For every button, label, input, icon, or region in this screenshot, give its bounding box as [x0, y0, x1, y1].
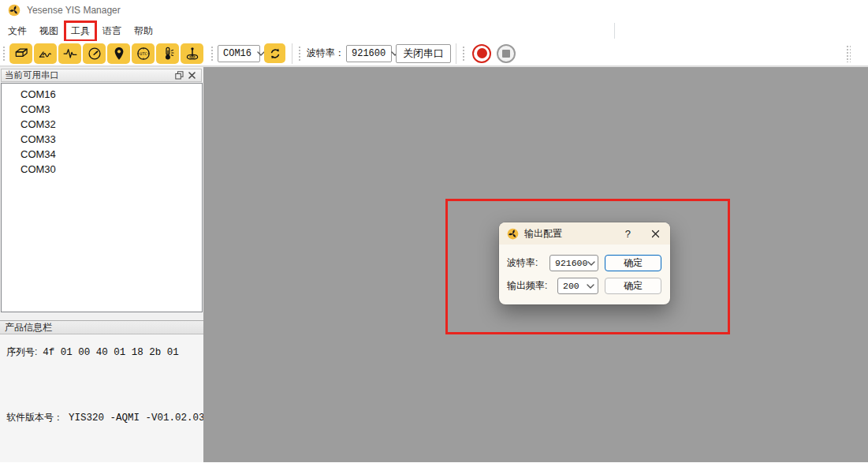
dialog-baud-value: 921600: [555, 258, 587, 268]
toolbar-drag-handle[interactable]: [846, 45, 851, 62]
software-version-row: 软件版本号： YIS320 -AQMI -V01.02.03;: [6, 411, 197, 424]
toolbar-button-gauge[interactable]: [83, 43, 106, 64]
refresh-icon: [268, 47, 282, 61]
dialog-output-rate-value: 200: [563, 281, 579, 291]
toolbar: UTC COM16: [0, 41, 868, 66]
toolbar-drag-handle[interactable]: [210, 45, 214, 62]
dialog-output-rate-label: 输出频率:: [507, 279, 547, 293]
output-rate-row: 输出频率: 200 确定: [507, 278, 661, 294]
stop-button[interactable]: [497, 44, 516, 63]
toolbar-drag-handle[interactable]: [2, 45, 6, 62]
toolbar-drag-handle[interactable]: [297, 45, 302, 62]
menubar-separator: [614, 23, 615, 39]
thermometer-icon: [160, 46, 176, 62]
dialog-body: 波特率: 921600 确定 输出频率: 200: [499, 245, 670, 294]
software-version-label: 软件版本号：: [6, 411, 63, 424]
refresh-ports-button[interactable]: [264, 43, 285, 63]
baud-confirm-button[interactable]: 确定: [605, 255, 661, 271]
info-panel-header: 产品信息栏: [0, 320, 203, 334]
port-panel-title: 当前可用串口: [5, 69, 59, 81]
close-port-button[interactable]: 关闭串口: [396, 44, 451, 63]
dialog-title: 输出配置: [524, 227, 562, 241]
record-button[interactable]: [472, 44, 491, 63]
baud-rate-value: 921600: [352, 48, 386, 59]
location-pin-icon: [111, 46, 127, 62]
com-port-value: COM16: [223, 48, 251, 59]
serial-number-value: 4f 01 00 40 01 18 2b 01: [43, 347, 179, 358]
menu-item-file[interactable]: 文件: [2, 21, 33, 41]
dialog-title-bar: 输出配置 ?: [499, 222, 670, 245]
utc-clock-icon: UTC: [136, 46, 151, 62]
panel-float-button[interactable]: [173, 70, 185, 81]
probe-icon: [184, 46, 200, 62]
baud-rate-select[interactable]: 921600: [346, 45, 392, 62]
toolbar-button-attitude-curve[interactable]: [34, 43, 57, 64]
dialog-baud-select[interactable]: 921600: [549, 255, 598, 271]
toolbar-button-location[interactable]: [107, 43, 130, 64]
port-list-item[interactable]: COM32: [2, 117, 202, 132]
toolbar-button-probe[interactable]: [181, 43, 203, 64]
main-area: 当前可用串口 COM16 COM3 COM32 C: [0, 66, 868, 462]
app-title: Yesense YIS Manager: [27, 5, 121, 16]
info-panel-title: 产品信息栏: [5, 321, 52, 334]
angle-waveform-icon: [38, 46, 54, 62]
panel-close-button[interactable]: [185, 70, 198, 81]
left-dock: 当前可用串口 COM16 COM3 COM32 C: [0, 67, 203, 462]
toolbar-button-temperature[interactable]: [156, 43, 179, 64]
app-window: Yesense YIS Manager 文件 视图 工具 语言 帮助: [0, 0, 868, 463]
port-list-item[interactable]: COM30: [2, 162, 202, 177]
dialog-close-button[interactable]: [651, 230, 660, 238]
serial-number-label: 序列号:: [6, 345, 37, 359]
chevron-down-icon: [587, 260, 595, 267]
toolbar-button-utc-time[interactable]: UTC: [132, 43, 155, 64]
com-port-select[interactable]: COM16: [218, 45, 260, 62]
close-icon: [188, 72, 196, 79]
workspace: 输出配置 ? 波特率: 921600: [203, 67, 868, 462]
port-list-item[interactable]: COM34: [2, 147, 202, 162]
app-logo-icon: [8, 4, 20, 17]
gauge-icon: [87, 46, 102, 62]
record-icon: [477, 48, 487, 58]
pulse-waveform-icon: [62, 46, 78, 62]
cube-icon: [13, 46, 29, 62]
app-logo-icon: [507, 228, 519, 240]
port-panel-header: 当前可用串口: [1, 69, 202, 82]
dialog-help-button[interactable]: ?: [624, 228, 632, 240]
port-list-item[interactable]: COM3: [2, 102, 202, 117]
toolbar-button-sensor-curve[interactable]: [58, 43, 81, 64]
output-config-dialog: 输出配置 ? 波特率: 921600: [499, 222, 670, 304]
port-list-item[interactable]: COM16: [2, 87, 202, 102]
menu-item-tools[interactable]: 工具: [65, 21, 96, 41]
port-list-item[interactable]: COM33: [2, 132, 202, 147]
toolbar-separator: [456, 43, 456, 64]
product-info-area: 序列号: 4f 01 00 40 01 18 2b 01 软件版本号： YIS3…: [0, 334, 203, 462]
toolbar-separator: [292, 43, 292, 64]
dialog-output-rate-select[interactable]: 200: [557, 278, 598, 294]
chevron-down-icon: [587, 283, 594, 289]
dialog-baud-label: 波特率:: [507, 256, 538, 270]
menu-bar: 文件 视图 工具 语言 帮助: [0, 21, 868, 41]
baud-rate-row: 波特率: 921600 确定: [507, 255, 661, 271]
close-icon: [651, 230, 660, 238]
menu-item-view[interactable]: 视图: [33, 21, 65, 41]
port-list: COM16 COM3 COM32 COM33 COM34 COM30: [1, 83, 203, 312]
svg-text:UTC: UTC: [140, 50, 147, 55]
float-window-icon: [175, 71, 184, 80]
baud-rate-label: 波特率：: [307, 47, 345, 60]
output-rate-confirm-button[interactable]: 确定: [605, 278, 661, 294]
software-version-value: YIS320 -AQMI -V01.02.03;: [69, 413, 210, 424]
serial-number-row: 序列号: 4f 01 00 40 01 18 2b 01: [6, 345, 197, 359]
toolbar-drag-handle[interactable]: [461, 45, 466, 62]
title-bar: Yesense YIS Manager: [0, 0, 868, 21]
menu-item-help[interactable]: 帮助: [128, 21, 159, 41]
toolbar-button-3d-view[interactable]: [9, 43, 32, 64]
stop-icon: [502, 50, 510, 58]
menu-item-language[interactable]: 语言: [96, 21, 128, 41]
